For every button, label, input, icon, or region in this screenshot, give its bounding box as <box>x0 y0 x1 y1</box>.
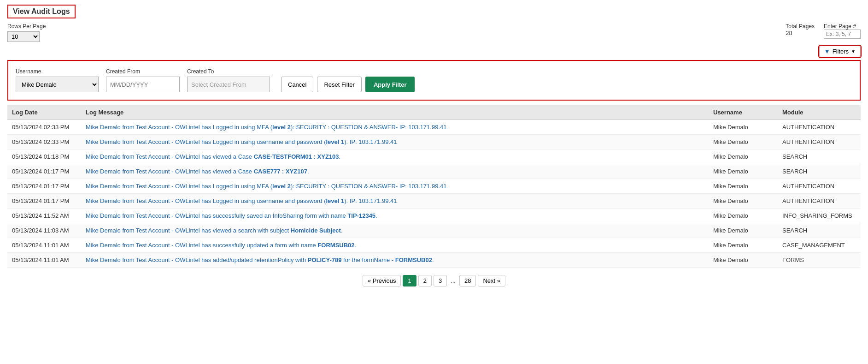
pagination: « Previous 1 2 3 ... 28 Next » <box>7 268 861 290</box>
username-filter-field: Username Mike Demalo <box>16 68 99 92</box>
apply-filter-button[interactable]: Apply Filter <box>365 77 415 92</box>
table-row: 05/13/2024 02:33 PMMike Demalo from Test… <box>7 135 861 149</box>
cell-logmessage: Mike Demalo from Test Account - OWLintel… <box>81 223 709 238</box>
filter-row: Username Mike Demalo Created From Create… <box>16 68 852 92</box>
table-row: 05/13/2024 11:01 AMMike Demalo from Test… <box>7 238 861 253</box>
cell-module: AUTHENTICATION <box>778 179 861 194</box>
cancel-button[interactable]: Cancel <box>281 77 313 92</box>
rows-per-page-select[interactable]: 10 25 50 100 <box>7 31 40 42</box>
cell-module: SEARCH <box>778 164 861 179</box>
created-from-label: Created From <box>106 68 180 75</box>
cell-module: INFO_SHARING_FORMS <box>778 209 861 223</box>
cell-username: Mike Demalo <box>709 149 778 164</box>
cell-logmessage: Mike Demalo from Test Account - OWLintel… <box>81 164 709 179</box>
prev-page-button[interactable]: « Previous <box>363 275 401 286</box>
cell-module: FORMS <box>778 253 861 268</box>
table-row: 05/13/2024 01:17 PMMike Demalo from Test… <box>7 194 861 209</box>
filters-button-row: ▼ Filters ▼ <box>7 46 861 57</box>
rows-per-page-label: Rows Per Page <box>7 23 46 30</box>
total-pages-value: 28 <box>786 30 815 36</box>
table-body: 05/13/2024 02:33 PMMike Demalo from Test… <box>7 120 861 268</box>
cell-username: Mike Demalo <box>709 238 778 253</box>
page-button-3[interactable]: 3 <box>434 275 447 286</box>
cell-module: SEARCH <box>778 149 861 164</box>
col-header-logmessage: Log Message <box>81 105 709 120</box>
enter-page-section: Enter Page # <box>824 23 861 39</box>
created-to-label: Created To <box>187 68 270 75</box>
top-right-section: Total Pages 28 Enter Page # <box>786 23 861 39</box>
col-header-module: Module <box>778 105 861 120</box>
filters-button-label: Filters <box>833 48 849 55</box>
table-row: 05/13/2024 01:17 PMMike Demalo from Test… <box>7 179 861 194</box>
table-row: 05/13/2024 11:03 AMMike Demalo from Test… <box>7 223 861 238</box>
reset-filter-button[interactable]: Reset Filter <box>317 77 361 92</box>
username-filter-label: Username <box>16 68 99 75</box>
filter-panel: Username Mike Demalo Created From Create… <box>7 60 861 101</box>
cell-logdate: 05/13/2024 02:33 PM <box>7 135 81 149</box>
top-controls: Rows Per Page 10 25 50 100 Total Pages 2… <box>7 23 861 42</box>
cell-logmessage: Mike Demalo from Test Account - OWLintel… <box>81 194 709 209</box>
cell-logdate: 05/13/2024 01:18 PM <box>7 149 81 164</box>
page-button-28[interactable]: 28 <box>459 275 476 286</box>
cell-module: AUTHENTICATION <box>778 120 861 135</box>
table-row: 05/13/2024 11:01 AMMike Demalo from Test… <box>7 253 861 268</box>
page-button-2[interactable]: 2 <box>418 275 432 286</box>
chevron-down-icon: ▼ <box>851 49 856 54</box>
enter-page-label: Enter Page # <box>824 23 861 30</box>
cell-module: CASE_MANAGEMENT <box>778 238 861 253</box>
cell-logdate: 05/13/2024 11:03 AM <box>7 223 81 238</box>
cell-logmessage: Mike Demalo from Test Account - OWLintel… <box>81 253 709 268</box>
next-page-button[interactable]: Next » <box>478 275 505 286</box>
cell-module: SEARCH <box>778 223 861 238</box>
username-select[interactable]: Mike Demalo <box>16 77 99 92</box>
filter-icon: ▼ <box>824 48 830 55</box>
filter-actions: Cancel Reset Filter Apply Filter <box>281 77 415 92</box>
cell-username: Mike Demalo <box>709 253 778 268</box>
cell-username: Mike Demalo <box>709 164 778 179</box>
cell-username: Mike Demalo <box>709 120 778 135</box>
cell-logmessage: Mike Demalo from Test Account - OWLintel… <box>81 120 709 135</box>
page-button-1[interactable]: 1 <box>403 275 416 286</box>
created-to-placeholder: Select Created From <box>187 77 270 92</box>
cell-logdate: 05/13/2024 01:17 PM <box>7 164 81 179</box>
col-header-username: Username <box>709 105 778 120</box>
rows-per-page-section: Rows Per Page 10 25 50 100 <box>7 23 46 42</box>
cell-module: AUTHENTICATION <box>778 135 861 149</box>
cell-username: Mike Demalo <box>709 135 778 149</box>
cell-logdate: 05/13/2024 11:52 AM <box>7 209 81 223</box>
cell-username: Mike Demalo <box>709 194 778 209</box>
page-title: View Audit Logs <box>7 5 76 18</box>
cell-logdate: 05/13/2024 02:33 PM <box>7 120 81 135</box>
table-row: 05/13/2024 02:33 PMMike Demalo from Test… <box>7 120 861 135</box>
total-pages-label: Total Pages <box>786 23 815 30</box>
cell-logmessage: Mike Demalo from Test Account - OWLintel… <box>81 238 709 253</box>
table-row: 05/13/2024 11:52 AMMike Demalo from Test… <box>7 209 861 223</box>
cell-username: Mike Demalo <box>709 179 778 194</box>
cell-module: AUTHENTICATION <box>778 194 861 209</box>
col-header-logdate: Log Date <box>7 105 81 120</box>
filters-button[interactable]: ▼ Filters ▼ <box>819 46 861 57</box>
cell-logdate: 05/13/2024 11:01 AM <box>7 238 81 253</box>
cell-username: Mike Demalo <box>709 209 778 223</box>
audit-table: Log Date Log Message Username Module 05/… <box>7 105 861 268</box>
table-row: 05/13/2024 01:17 PMMike Demalo from Test… <box>7 164 861 179</box>
created-from-filter-field: Created From <box>106 68 180 92</box>
cell-logmessage: Mike Demalo from Test Account - OWLintel… <box>81 149 709 164</box>
page-ellipsis: ... <box>449 275 457 286</box>
cell-logmessage: Mike Demalo from Test Account - OWLintel… <box>81 209 709 223</box>
cell-logdate: 05/13/2024 01:17 PM <box>7 179 81 194</box>
table-header: Log Date Log Message Username Module <box>7 105 861 120</box>
table-row: 05/13/2024 01:18 PMMike Demalo from Test… <box>7 149 861 164</box>
cell-logmessage: Mike Demalo from Test Account - OWLintel… <box>81 135 709 149</box>
created-to-filter-field: Created To Select Created From <box>187 68 270 92</box>
cell-username: Mike Demalo <box>709 223 778 238</box>
cell-logdate: 05/13/2024 01:17 PM <box>7 194 81 209</box>
cell-logdate: 05/13/2024 11:01 AM <box>7 253 81 268</box>
created-from-input[interactable] <box>106 77 180 92</box>
total-pages-section: Total Pages 28 <box>786 23 815 36</box>
cell-logmessage: Mike Demalo from Test Account - OWLintel… <box>81 179 709 194</box>
enter-page-input[interactable] <box>824 30 861 39</box>
total-pages-row: Total Pages 28 Enter Page # <box>786 23 861 39</box>
